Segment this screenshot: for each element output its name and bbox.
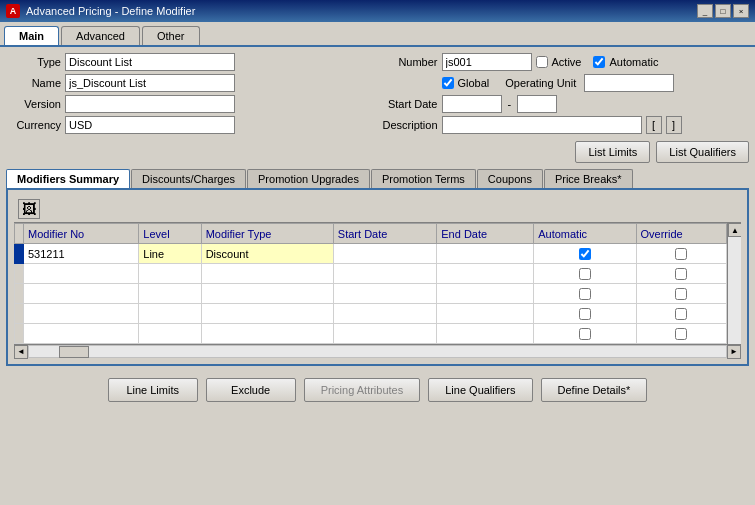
scroll-right-button[interactable]: ► [727,345,741,359]
tab-other[interactable]: Other [142,26,200,45]
cell-start-date[interactable] [333,324,436,344]
cell-automatic[interactable] [534,264,636,284]
add-record-button[interactable]: 🖼 [18,199,40,219]
tab-main[interactable]: Main [4,26,59,45]
col-marker [15,224,24,244]
cell-end-date[interactable] [437,264,534,284]
cell-end-date[interactable] [437,244,534,264]
cell-override[interactable] [636,244,726,264]
cell-modifier-type[interactable] [201,284,333,304]
global-checkbox[interactable] [442,77,454,89]
row-marker-empty [15,264,24,284]
cell-override[interactable] [636,324,726,344]
list-limits-button[interactable]: List Limits [575,141,650,163]
cell-override[interactable] [636,284,726,304]
version-input[interactable] [65,95,235,113]
tab-coupons[interactable]: Coupons [477,169,543,188]
table-wrapper: Modifier No Level Modifier Type Start Da… [14,223,741,344]
cell-modifier-no[interactable]: 531211 [24,244,139,264]
number-input[interactable] [442,53,532,71]
cell-modifier-no[interactable] [24,304,139,324]
type-input[interactable] [65,53,235,71]
number-label: Number [383,56,438,68]
cell-modifier-type[interactable] [201,264,333,284]
line-qualifiers-button[interactable]: Line Qualifiers [428,378,532,402]
version-row: Version [6,95,373,113]
form-left: Type Name Version Currency [6,53,373,137]
tab-discounts-charges[interactable]: Discounts/Charges [131,169,246,188]
tab-price-breaks[interactable]: Price Breaks* [544,169,633,188]
minimize-button[interactable]: _ [697,4,713,18]
startdate-input2[interactable] [517,95,557,113]
scroll-track-vertical[interactable] [728,237,741,344]
tab-promotion-terms[interactable]: Promotion Terms [371,169,476,188]
cell-modifier-no[interactable] [24,324,139,344]
form-right: Number Active Automatic Global Opera [373,53,750,137]
tab-promotion-upgrades[interactable]: Promotion Upgrades [247,169,370,188]
window-controls[interactable]: _ □ × [697,4,749,18]
cell-start-date[interactable] [333,304,436,324]
cell-modifier-no[interactable] [24,284,139,304]
define-details-button[interactable]: Define Details* [541,378,648,402]
close-button[interactable]: × [733,4,749,18]
cell-automatic[interactable] [534,304,636,324]
horizontal-scrollbar[interactable]: ◄ ► [14,344,741,358]
bracket-open-button[interactable]: [ [646,116,662,134]
table-row [15,304,741,324]
cell-end-date[interactable] [437,284,534,304]
scroll-up-button[interactable]: ▲ [728,223,741,237]
name-row: Name [6,74,373,92]
cell-override[interactable] [636,264,726,284]
currency-input[interactable] [65,116,235,134]
cell-automatic[interactable] [534,324,636,344]
list-qualifiers-button[interactable]: List Qualifiers [656,141,749,163]
cell-level[interactable] [139,304,201,324]
cell-modifier-type[interactable]: Discount [201,244,333,264]
col-override: Override [636,224,726,244]
name-input[interactable] [65,74,235,92]
bracket-close-button[interactable]: ] [666,116,682,134]
col-modifier-type: Modifier Type [201,224,333,244]
cell-level[interactable] [139,264,201,284]
cell-start-date[interactable] [333,244,436,264]
operating-unit-input[interactable] [584,74,674,92]
cell-override[interactable] [636,304,726,324]
automatic-label: Automatic [609,56,658,68]
tab-modifiers-summary[interactable]: Modifiers Summary [6,169,130,188]
startdate-input1[interactable] [442,95,502,113]
row-marker-empty [15,304,24,324]
global-group: Global [442,77,490,89]
automatic-checkbox[interactable] [593,56,605,68]
cell-level[interactable]: Line [139,244,201,264]
vertical-scrollbar[interactable]: ▲ ▼ [727,223,741,344]
exclude-button[interactable]: Exclude [206,378,296,402]
cell-level[interactable] [139,284,201,304]
maximize-button[interactable]: □ [715,4,731,18]
line-limits-button[interactable]: Line Limits [108,378,198,402]
cell-automatic[interactable] [534,244,636,264]
cell-level[interactable] [139,324,201,344]
window-title: Advanced Pricing - Define Modifier [26,5,195,17]
pricing-attributes-button[interactable]: Pricing Attributes [304,378,421,402]
description-input[interactable] [442,116,642,134]
scroll-track-horizontal[interactable] [28,345,727,358]
scroll-thumb[interactable] [59,346,89,358]
currency-row: Currency [6,116,373,134]
active-checkbox[interactable] [536,56,548,68]
cell-modifier-no[interactable] [24,264,139,284]
global-row: Global Operating Unit [383,74,750,92]
cell-modifier-type[interactable] [201,304,333,324]
table-row [15,264,741,284]
cell-modifier-type[interactable] [201,324,333,344]
name-label: Name [6,77,61,89]
scroll-left-button[interactable]: ◄ [14,345,28,359]
cell-end-date[interactable] [437,304,534,324]
cell-end-date[interactable] [437,324,534,344]
cell-start-date[interactable] [333,264,436,284]
tab-advanced[interactable]: Advanced [61,26,140,45]
table-row: 531211 Line Discount [15,244,741,264]
table-header-row: Modifier No Level Modifier Type Start Da… [15,224,741,244]
cell-automatic[interactable] [534,284,636,304]
inner-content: 🖼 Modifier No Level Modifier Type Start … [6,190,749,366]
cell-start-date[interactable] [333,284,436,304]
